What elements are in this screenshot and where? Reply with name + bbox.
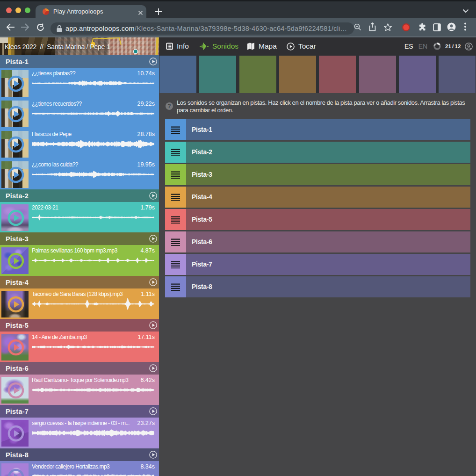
svg-text:?: ? — [167, 103, 171, 109]
